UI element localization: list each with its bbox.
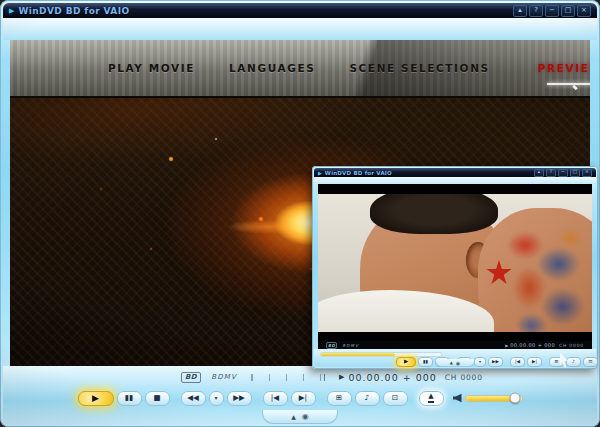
windvd-app: ▶ WinDVD BD for VAIO ▴ ? − □ × PLAY MOVI… — [0, 0, 600, 427]
top-frame-strip — [3, 18, 597, 40]
help-button[interactable]: ? — [529, 5, 543, 17]
play-button[interactable]: ▶ — [396, 357, 416, 367]
window-title: WinDVD BD for VAIO — [18, 6, 129, 16]
time-display: 00.00.00 + 000 — [510, 342, 555, 348]
play-state-icon: ▶ — [339, 373, 344, 381]
format-label: BDMV — [342, 343, 359, 348]
main-drawer-tab[interactable]: ▲ ◉ — [262, 410, 338, 424]
drawer-arrow-icon: ▲ — [450, 360, 453, 365]
top-frame-strip — [314, 177, 596, 184]
menu-item-label: PREVIEWS — [538, 62, 590, 74]
secondary-status-bar: BD BDMV ▶ 00.00.00 + 000 CH 0000 — [318, 341, 592, 349]
minimize-button[interactable]: − — [558, 169, 568, 177]
eject-button[interactable]: ▴ — [513, 5, 527, 17]
main-transport-controls: ▶ ▮▮ ■ ◀◀ ▾ ▶▶ |◀ ▶| ⊞ ♪ ⊡ ▲ — [3, 389, 597, 407]
secondary-window-title: WinDVD BD for VAIO — [325, 170, 392, 176]
chapter-display: CH 0000 — [559, 343, 584, 348]
rewind-button[interactable]: ◀◀ — [181, 391, 206, 406]
drawer-logo-icon: ◉ — [456, 360, 460, 366]
menu-item-scene-selections[interactable]: SCENE SELECTIONS — [349, 62, 489, 74]
pause-button[interactable]: ▮▮ — [418, 357, 433, 367]
secondary-drawer-tab[interactable]: ▲ ◉ — [435, 359, 475, 367]
disc-menu-button[interactable]: ⊞ — [327, 391, 352, 406]
play-badge-icon: ▶ — [318, 170, 322, 176]
play-badge-icon: ▶ — [9, 7, 14, 15]
audio-button[interactable]: ♪ — [566, 357, 581, 367]
bd-menu-band: PLAY MOVIE LANGUAGES SCENE SELECTIONS PR… — [10, 40, 590, 98]
play-state-icon: ▶ — [505, 343, 508, 348]
volume-slider[interactable] — [465, 395, 523, 402]
maximize-button[interactable]: □ — [570, 169, 580, 177]
speaker-icon[interactable] — [453, 394, 462, 403]
active-menu-indicator — [547, 83, 590, 85]
chapter-display: CH 0000 — [445, 373, 483, 382]
bd-disc-logo: BD — [326, 342, 337, 349]
format-label: BDMV — [211, 373, 237, 381]
window-controls: ▴ ? − □ × — [513, 5, 591, 17]
time-display: 00.00.00 + 000 — [348, 372, 436, 383]
next-chapter-button[interactable]: ▶| — [527, 357, 542, 367]
window-controls: ▴ ? − □ × — [534, 169, 592, 177]
eject-button[interactable]: ▴ — [534, 169, 544, 177]
eject-icon: ▲ — [428, 393, 433, 403]
fast-forward-button[interactable]: ▶▶ — [227, 391, 252, 406]
main-status-bar: BD BDMV ▶ 00.00.00 + 000 CH 0000 — [3, 368, 597, 386]
volume-knob[interactable] — [509, 393, 520, 404]
secondary-control-area: ▶ ▮▮ ■ ◀◀ ▾ ▶▶ |◀ ▶| ⊞ ♪ ⊡ ▲ — [314, 349, 596, 367]
close-button[interactable]: × — [582, 169, 592, 177]
bottom-frame: BD BDMV ▶ 00.00.00 + 000 CH 0000 ▶ ▮▮ ■ … — [3, 366, 597, 424]
video-hair-shape — [370, 194, 498, 234]
drawer-arrow-icon: ▲ — [291, 413, 296, 420]
fast-forward-button[interactable]: ▶▶ — [488, 357, 503, 367]
secondary-titlebar[interactable]: ▶ WinDVD BD for VAIO ▴ ? − □ × — [314, 168, 596, 177]
stop-button[interactable]: ■ — [145, 391, 170, 406]
menu-item-previews[interactable]: PREVIEWS — [538, 62, 590, 74]
minimize-button[interactable]: − — [545, 5, 559, 17]
menu-item-languages[interactable]: LANGUAGES — [229, 62, 315, 74]
volume-fill — [466, 396, 514, 401]
bd-menu-row: PLAY MOVIE LANGUAGES SCENE SELECTIONS PR… — [10, 62, 590, 74]
play-button[interactable]: ▶ — [78, 391, 114, 406]
speed-menu-button[interactable]: ▾ — [474, 357, 486, 367]
video-frame — [318, 194, 592, 332]
audio-button[interactable]: ♪ — [355, 391, 380, 406]
next-chapter-button[interactable]: ▶| — [291, 391, 316, 406]
seek-bar-fill — [321, 353, 395, 356]
drawer-logo-icon: ◉ — [302, 412, 309, 421]
pause-button[interactable]: ▮▮ — [117, 391, 142, 406]
secondary-video-area[interactable] — [318, 184, 592, 341]
help-button[interactable]: ? — [546, 169, 556, 177]
close-button[interactable]: × — [577, 5, 591, 17]
bd-disc-logo: BD — [181, 372, 201, 383]
eject-disc-button[interactable]: ▲ — [419, 391, 444, 406]
previous-chapter-button[interactable]: |◀ — [263, 391, 288, 406]
fire-sparks — [10, 98, 12, 100]
seek-ticks[interactable] — [251, 374, 325, 381]
capture-button[interactable]: ⊡ — [583, 357, 598, 367]
previous-chapter-button[interactable]: |◀ — [510, 357, 525, 367]
video-tattoo-art — [494, 224, 592, 332]
capture-button[interactable]: ⊡ — [383, 391, 408, 406]
volume-group — [453, 394, 523, 403]
secondary-window[interactable]: ▶ WinDVD BD for VAIO ▴ ? − □ × — [312, 166, 598, 369]
maximize-button[interactable]: □ — [561, 5, 575, 17]
menu-item-play-movie[interactable]: PLAY MOVIE — [108, 62, 195, 74]
secondary-transport-controls: ▶ ▮▮ ■ ◀◀ ▾ ▶▶ |◀ ▶| ⊞ ♪ ⊡ ▲ — [396, 357, 600, 367]
main-titlebar[interactable]: ▶ WinDVD BD for VAIO ▴ ? − □ × — [3, 3, 597, 18]
speed-menu-button[interactable]: ▾ — [209, 391, 224, 406]
